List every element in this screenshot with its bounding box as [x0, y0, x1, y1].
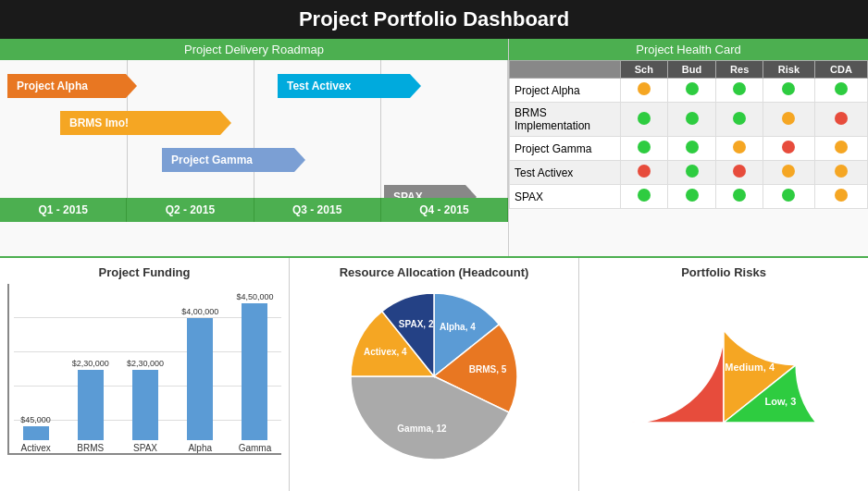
health-dot [621, 185, 668, 209]
status-dot-green [733, 189, 746, 202]
q2-label: Q2 - 2015 [127, 198, 254, 222]
status-dot-green [686, 141, 699, 153]
health-title: Project Health Card [509, 39, 868, 60]
health-dot [763, 137, 815, 161]
bar-brms: BRMS Imo! [60, 111, 231, 135]
health-table: Sch Bud Res Risk CDA Project AlphaBRMS I… [509, 60, 868, 209]
status-dot-green [686, 112, 699, 125]
risks-panel: Portfolio Risks High, 7Medium, 4Low, 3 [579, 258, 868, 491]
vline-2 [254, 60, 254, 198]
q1-label: Q1 - 2015 [0, 198, 127, 222]
bar-group: $2,30,000BRMS [68, 359, 112, 453]
status-dot-green [686, 82, 699, 95]
bar-value-label: $2,30,000 [127, 359, 164, 368]
bar-value-label: $4,50,000 [236, 292, 273, 301]
health-dot [667, 103, 716, 137]
health-dot [716, 103, 763, 137]
bar-label: Activex [20, 443, 50, 453]
bar-group: $2,30,000SPAX [123, 359, 167, 453]
status-dot-green [733, 112, 746, 125]
status-dot-yellow [782, 165, 795, 178]
health-project-name: Test Activex [510, 161, 621, 185]
main-title: Project Portfolio Dashboard [0, 0, 868, 39]
gauge-chart-svg: High, 7Medium, 4Low, 3 [622, 316, 825, 436]
status-dot-green [733, 82, 746, 95]
health-col-cda: CDA [814, 61, 867, 79]
health-col-sch: Sch [621, 61, 668, 79]
gauge-label: Low, 3 [764, 396, 796, 407]
bar-rect [78, 370, 104, 440]
bar-project-gamma: Project Gamma [162, 148, 305, 172]
status-dot-green [782, 189, 795, 202]
health-dot [763, 103, 815, 137]
health-col-risk: Risk [763, 61, 815, 79]
health-dot [814, 79, 867, 103]
bar-rect [23, 426, 49, 440]
health-section: Project Health Card Sch Bud Res Risk CDA… [509, 39, 868, 256]
health-dot [814, 185, 867, 209]
roadmap-section: Project Delivery Roadmap Project Alpha B… [0, 39, 509, 256]
status-dot-red [835, 112, 848, 125]
roadmap-area: Project Alpha BRMS Imo! Project Gamma Te… [0, 60, 508, 222]
bar-label: Alpha [188, 443, 212, 453]
quarter-bar: Q1 - 2015 Q2 - 2015 Q3 - 2015 Q4 - 2015 [0, 198, 508, 222]
bar-group: $4,50,000Gamma [233, 292, 277, 453]
health-project-name: SPAX [510, 185, 621, 209]
health-dot [716, 137, 763, 161]
pie-label: Gamma, 12 [397, 423, 447, 434]
status-dot-yellow [782, 112, 795, 125]
health-dot [621, 161, 668, 185]
health-col-bud: Bud [667, 61, 716, 79]
bar-group: $4,00,000Alpha [179, 307, 222, 453]
vline-4 [507, 60, 508, 198]
health-col-project [510, 61, 621, 79]
gauge-container: High, 7Medium, 4Low, 3 [587, 284, 861, 469]
health-dot [621, 103, 668, 137]
bottom-section: Project Funding $45,000Activex$2,30,000B… [0, 256, 868, 491]
health-project-name: BRMS Implementation [510, 103, 621, 137]
bar-value-label: $45,000 [20, 415, 51, 424]
health-project-name: Project Gamma [510, 137, 621, 161]
pie-container: Alpha, 4BRMS, 5Gamma, 12Activex, 4SPAX, … [297, 284, 571, 469]
health-dot [814, 137, 867, 161]
bar-test-activex: Test Activex [278, 74, 421, 98]
bar-rect [132, 370, 158, 440]
bar-label: Gamma [239, 443, 272, 453]
health-dot [716, 185, 763, 209]
status-dot-green [638, 141, 651, 153]
pie-label: SPAX, 2 [399, 319, 434, 329]
pie-chart-svg: Alpha, 4BRMS, 5Gamma, 12Activex, 4SPAX, … [341, 284, 527, 469]
health-dot [763, 79, 815, 103]
status-dot-red [733, 165, 746, 178]
bar-rect [187, 318, 213, 440]
health-dot [621, 79, 668, 103]
status-dot-green [782, 82, 795, 95]
gauge-label: Medium, 4 [725, 362, 775, 373]
health-dot [763, 161, 815, 185]
roadmap-title: Project Delivery Roadmap [0, 39, 508, 60]
resource-title: Resource Allocation (Headcount) [297, 265, 571, 279]
risks-title: Portfolio Risks [587, 265, 861, 279]
status-dot-yellow [835, 189, 848, 202]
health-dot [667, 137, 716, 161]
pie-label: Alpha, 4 [440, 322, 476, 332]
status-dot-yellow [835, 165, 848, 178]
health-dot [667, 79, 716, 103]
status-dot-green [686, 165, 699, 178]
health-dot [621, 137, 668, 161]
health-dot [716, 79, 763, 103]
bar-label: SPAX [133, 443, 157, 453]
resource-panel: Resource Allocation (Headcount) Alpha, 4… [290, 258, 579, 491]
status-dot-yellow [835, 141, 848, 153]
status-dot-green [638, 112, 651, 125]
status-dot-red [638, 165, 651, 178]
health-dot [814, 103, 867, 137]
bar-group: $45,000Activex [14, 415, 57, 453]
status-dot-red [782, 141, 795, 153]
health-dot [716, 161, 763, 185]
status-dot-green [638, 189, 651, 202]
q3-label: Q3 - 2015 [254, 198, 381, 222]
health-dot [814, 161, 867, 185]
bar-chart: $45,000Activex$2,30,000BRMS$2,30,000SPAX… [7, 284, 281, 455]
health-dot [667, 185, 716, 209]
